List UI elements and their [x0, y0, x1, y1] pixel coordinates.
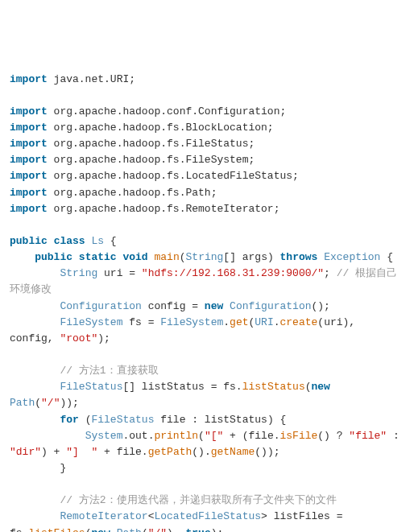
- code-token: "/": [148, 527, 167, 533]
- code-token: "dir": [10, 446, 41, 458]
- code-token: (: [305, 381, 312, 393]
- code-block: import java.net.URI; import org.apache.h…: [10, 72, 404, 532]
- code-token: new: [205, 300, 223, 312]
- code-token: RemoteIterator: [60, 510, 147, 522]
- code-token: new: [312, 381, 330, 393]
- code-token: import: [10, 73, 48, 85]
- code-token: "/": [41, 397, 60, 409]
- code-token: Configuration: [230, 300, 311, 312]
- code-token: org.apache.hadoop.fs.RemoteIterator;: [48, 203, 280, 215]
- code-token: [10, 414, 60, 426]
- code-token: file : listStatus) {: [154, 414, 286, 426]
- code-token: ) +: [41, 446, 66, 458]
- code-token: import: [10, 154, 48, 166]
- code-token: org.apache.hadoop.fs.FileStatus;: [48, 138, 255, 150]
- code-token: (: [142, 527, 148, 533]
- code-token: import: [10, 138, 48, 150]
- code-token: ));: [60, 397, 78, 409]
- code-token: .: [274, 316, 280, 328]
- code-token: isFile: [280, 430, 318, 442]
- code-token: + (file.: [223, 430, 279, 442]
- code-token: [10, 267, 60, 279]
- code-token: getName: [211, 446, 255, 458]
- code-token: listStatus: [242, 381, 305, 393]
- code-token: // 方法1：直接获取: [60, 365, 158, 377]
- code-token: uri =: [97, 267, 142, 279]
- code-token: .out.: [122, 430, 154, 442]
- code-token: {: [380, 251, 393, 263]
- code-token: }: [10, 462, 66, 474]
- code-token: throws: [280, 251, 318, 263]
- code-token: [48, 235, 54, 247]
- code-token: [148, 251, 155, 263]
- code-token: import: [10, 105, 48, 118]
- code-token: [10, 300, 60, 312]
- code-token: "] ": [66, 446, 97, 458]
- code-token: {: [104, 235, 117, 247]
- code-token: FileSystem: [160, 316, 223, 328]
- code-token: URI: [255, 316, 273, 328]
- code-token: [330, 381, 337, 393]
- code-token: listFiles: [28, 527, 85, 533]
- code-token: Path: [10, 397, 35, 409]
- code-token: [] args): [223, 251, 279, 263]
- code-token: );: [211, 527, 224, 533]
- code-token: ),: [167, 527, 185, 533]
- code-token: org.apache.hadoop.fs.BlockLocation;: [48, 122, 274, 134]
- code-token: [10, 316, 60, 328]
- code-token: void: [122, 251, 147, 263]
- code-token: getPath: [148, 446, 193, 458]
- code-token: Configuration: [60, 300, 141, 312]
- code-token: (: [198, 430, 205, 442]
- code-token: [72, 251, 79, 263]
- code-token: [223, 300, 230, 312]
- code-token: ;: [324, 267, 337, 279]
- code-token: [10, 494, 60, 506]
- code-token: [10, 251, 35, 263]
- code-token: org.apache.hadoop.fs.FileSystem;: [48, 154, 255, 166]
- code-token: FileSystem: [60, 316, 122, 328]
- code-token: create: [280, 316, 318, 328]
- code-token: "hdfs://192.168.31.239:9000/": [142, 267, 324, 279]
- code-token: (: [180, 251, 186, 263]
- code-token: [10, 381, 60, 393]
- code-token: [10, 430, 85, 442]
- code-token: LocatedFileStatus: [154, 510, 261, 522]
- code-token: ().: [192, 446, 210, 458]
- code-token: "file": [349, 430, 387, 442]
- code-token: Ls: [91, 235, 104, 247]
- code-token: config =: [142, 300, 205, 312]
- code-token: );: [97, 332, 110, 344]
- code-token: import: [10, 187, 48, 199]
- code-token: [] listStatus = fs.: [122, 381, 242, 393]
- code-token: "[": [205, 430, 223, 442]
- code-token: public: [10, 235, 48, 247]
- code-token: System: [85, 430, 123, 442]
- code-token: + file.: [97, 446, 147, 458]
- code-token: static: [79, 251, 117, 263]
- code-token: .: [223, 316, 230, 328]
- code-token: String: [186, 251, 224, 263]
- code-token: [10, 365, 60, 377]
- code-token: String: [60, 267, 97, 279]
- code-token: ();: [312, 300, 330, 312]
- code-token: () ?: [317, 430, 349, 442]
- code-token: ());: [255, 446, 279, 458]
- code-token: get: [230, 316, 248, 328]
- code-token: for: [60, 414, 78, 426]
- code-token: FileStatus: [60, 381, 122, 393]
- code-token: new: [91, 527, 110, 533]
- code-token: org.apache.hadoop.fs.LocatedFileStatus;: [48, 170, 299, 182]
- code-token: true: [186, 527, 211, 533]
- code-token: fs =: [122, 316, 160, 328]
- code-token: main: [155, 251, 180, 263]
- code-token: [10, 510, 60, 522]
- code-token: [110, 527, 117, 533]
- code-token: :: [387, 430, 405, 442]
- code-token: (: [35, 397, 41, 409]
- code-token: "root": [60, 332, 97, 344]
- code-token: import: [10, 122, 48, 134]
- code-token: java.net.URI;: [48, 73, 135, 85]
- code-token: (: [79, 414, 92, 426]
- code-token: // 方法2：使用迭代器，并递归获取所有子文件夹下的文件: [60, 494, 336, 506]
